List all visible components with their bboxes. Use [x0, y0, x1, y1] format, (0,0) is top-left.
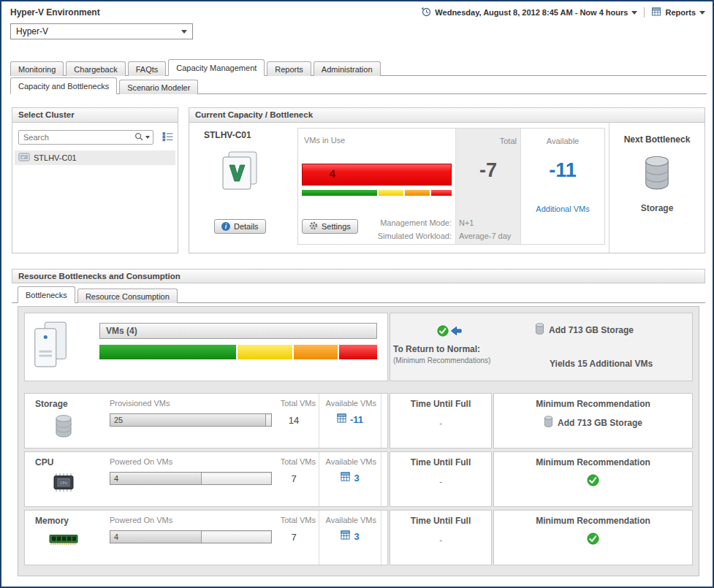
- additional-vms-link[interactable]: Additional VMs: [521, 205, 604, 213]
- summary-vms-cell: VMs (4): [24, 313, 388, 381]
- bar-value: 4: [114, 532, 118, 543]
- top-controls: Wednesday, August 8, 2012 8:45 AM - Now …: [421, 7, 705, 18]
- search-options-chevron-down-icon[interactable]: [145, 136, 150, 139]
- green-check-icon: [587, 532, 599, 547]
- bar-fill: [110, 414, 266, 426]
- tab-faqts[interactable]: FAQts: [128, 61, 167, 76]
- total-vms-value: 7: [272, 473, 316, 484]
- return-to-normal-label: To Return to Normal:: [393, 344, 480, 354]
- next-bottleneck-title: Next Bottleneck: [609, 134, 704, 145]
- time-range-chevron-down-icon[interactable]: [631, 11, 637, 15]
- tab-administration[interactable]: Administration: [314, 61, 381, 76]
- vms-count-bar: VMs (4): [99, 323, 377, 339]
- divider: [644, 7, 645, 18]
- list-view-icon[interactable]: [162, 132, 173, 143]
- memory-usage-cell: Memory Powered On VMs 4: [24, 510, 388, 565]
- page-title: Hyper-V Environment: [10, 7, 100, 18]
- time-until-full-header: Time Until Full: [390, 516, 491, 526]
- reports-button[interactable]: Reports: [665, 8, 696, 17]
- time-until-full-value: -: [390, 419, 491, 427]
- available-value: -11: [521, 159, 604, 182]
- green-check-icon: [437, 325, 449, 338]
- total-value: -7: [455, 159, 521, 182]
- tab-scenario-modeler[interactable]: Scenario Modeler: [119, 80, 198, 94]
- summary-row: VMs (4): [24, 313, 693, 381]
- time-range-label[interactable]: Wednesday, August 8, 2012 8:45 AM - Now …: [435, 8, 628, 17]
- time-until-full-header: Time Until Full: [390, 457, 491, 467]
- memory-row: Memory Powered On VMs 4: [24, 510, 693, 565]
- bar-label: Powered On VMs: [110, 516, 172, 524]
- bar-fill: [110, 473, 202, 484]
- time-until-full-cell: Time Until Full -: [390, 451, 492, 507]
- available-vms-cell: Available VMs 3: [319, 511, 381, 565]
- green-check-icon: [587, 474, 599, 489]
- bottlenecks-section-title: Resource Bottlenecks and Consumption: [12, 269, 705, 283]
- cluster-icon: [18, 153, 30, 164]
- details-button[interactable]: i Details: [214, 219, 266, 234]
- tab-chargeback[interactable]: Chargeback: [66, 61, 125, 76]
- time-until-full-value: -: [390, 535, 491, 544]
- search-icon[interactable]: [134, 132, 143, 142]
- minimum-recommendations-label: (Minimum Recommendations): [393, 356, 490, 364]
- minimum-recommendation-header: Minimum Recommendation: [494, 457, 692, 467]
- time-until-full-cell: Time Until Full -: [390, 393, 492, 448]
- tab-bottlenecks[interactable]: Bottlenecks: [18, 286, 75, 303]
- storage-usage-cell: Storage Provisioned VMs 25 Total VMs 14 …: [24, 393, 388, 448]
- reports-chevron-down-icon[interactable]: [699, 11, 705, 15]
- details-button-label: Details: [234, 222, 259, 231]
- total-vms-label: Total VMs: [272, 399, 316, 408]
- available-vms-label: Available VMs: [319, 399, 376, 408]
- recommendation-text: Add 713 GB Storage: [558, 418, 642, 428]
- vms-in-use-bar: 4: [302, 164, 452, 186]
- tab-resource-consumption[interactable]: Resource Consumption: [77, 289, 178, 303]
- bar-value: 25: [114, 415, 123, 426]
- minimum-recommendation-header: Minimum Recommendation: [494, 399, 692, 409]
- sub-tab-bar: Capacity and Bottlenecks Scenario Modele…: [10, 77, 707, 94]
- time-until-full-value: -: [390, 477, 491, 486]
- select-cluster-title: Select Cluster: [12, 108, 178, 123]
- management-mode-label: Management Mode:: [338, 216, 452, 229]
- host-icon: [31, 321, 73, 372]
- main-tab-bar: Monitoring Chargeback FAQts Capacity Man…: [10, 58, 707, 76]
- available-vms-cell: Available VMs 3: [319, 452, 381, 506]
- next-bottleneck-value: Storage: [609, 203, 704, 213]
- environment-dropdown-value: Hyper-V: [16, 26, 48, 37]
- reports-icon: [651, 7, 661, 18]
- zone-green: [99, 345, 236, 359]
- zone-yellow: [379, 190, 403, 196]
- current-capacity-panel: Current Capacity / Bottleneck STLHV-C01 …: [189, 107, 705, 253]
- capacity-table: VMs in Use 4 Settings Management Mode: S…: [297, 128, 605, 245]
- vm-grid-icon: [341, 472, 350, 484]
- current-capacity-title: Current Capacity / Bottleneck: [189, 108, 704, 123]
- simulated-workload-value: Average-7 day: [459, 229, 511, 243]
- cluster-tree-item[interactable]: STLHV-C01: [15, 150, 175, 165]
- storage-icon: [609, 155, 704, 191]
- available-vms-value: 3: [354, 531, 359, 542]
- bar-value: 4: [114, 473, 118, 484]
- available-vms-value: -11: [350, 414, 363, 425]
- mode-labels: Management Mode: Simulated Workload:: [338, 216, 452, 243]
- zone-green: [302, 190, 377, 196]
- management-mode-value: N+1: [459, 216, 511, 229]
- summary-zone-bar: [99, 345, 377, 359]
- minimum-recommendation-header: Minimum Recommendation: [494, 516, 692, 526]
- bottlenecks-tab-bar: Bottlenecks Resource Consumption: [12, 286, 705, 303]
- return-to-normal-icons: [437, 325, 462, 338]
- capacity-zone-bar: [302, 190, 452, 196]
- total-label: Total: [455, 137, 517, 145]
- cluster-search-row: [18, 130, 173, 145]
- time-until-full-header: Time Until Full: [390, 399, 491, 409]
- tab-capacity-management[interactable]: Capacity Management: [168, 59, 265, 76]
- search-input[interactable]: [18, 130, 153, 145]
- tab-capacity-and-bottlenecks[interactable]: Capacity and Bottlenecks: [10, 77, 117, 94]
- zone-orange: [405, 190, 430, 196]
- bar-label: Provisioned VMs: [110, 399, 170, 408]
- total-vms-value: 7: [272, 532, 316, 543]
- yields-label: Yields 15 Additional VMs: [550, 359, 653, 369]
- memory-icon: [39, 534, 88, 548]
- storage-row: Storage Provisioned VMs 25 Total VMs 14 …: [24, 393, 693, 448]
- zone-orange: [294, 345, 338, 359]
- tab-monitoring[interactable]: Monitoring: [10, 61, 64, 76]
- environment-dropdown[interactable]: Hyper-V: [10, 23, 193, 39]
- tab-reports[interactable]: Reports: [267, 61, 311, 76]
